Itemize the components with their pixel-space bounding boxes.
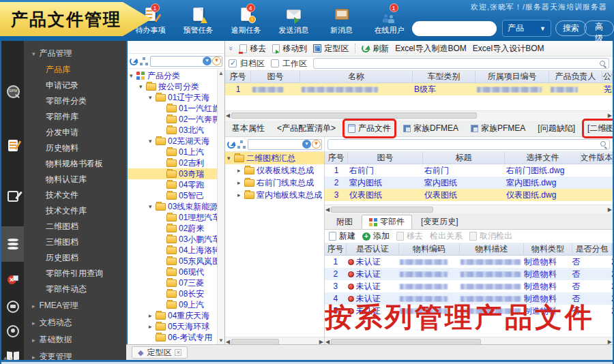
tree-node[interactable]: 04上海洛轲 (128, 245, 224, 256)
scroll-thumb[interactable] (231, 339, 279, 345)
part-tab[interactable]: 零部件 (362, 215, 412, 229)
move-to-button[interactable]: 移动到 (272, 43, 307, 55)
filter-icon[interactable]: ▼ (212, 57, 221, 65)
tree-node[interactable]: 02一汽奔腾 (128, 114, 224, 125)
column-header[interactable]: 分公司 (602, 71, 613, 82)
add-button[interactable]: + 添加 (362, 230, 390, 242)
error-report-icon[interactable] (1, 267, 24, 294)
caret-icon[interactable] (149, 312, 156, 319)
column-header[interactable]: 序号 (325, 152, 348, 164)
tree-node[interactable]: 03线束新能源 (128, 201, 224, 212)
nav-new-message[interactable]: 新消息 (322, 6, 361, 35)
tree-node[interactable]: 09上汽 (128, 299, 224, 310)
collapse-chevron-icon[interactable]: » (227, 46, 235, 50)
sidebar-item[interactable]: 零部件库 (24, 109, 126, 125)
advanced-search-button[interactable]: 高级 (584, 20, 614, 36)
tree-node[interactable]: 室内地板线束总成 (225, 189, 324, 201)
detail-tab[interactable]: 家族PFMEA (471, 123, 525, 134)
scroll-left-icon[interactable]: ◀ (226, 112, 230, 119)
material-table-hscrollbar[interactable]: ◀ ▶ (325, 337, 613, 344)
refresh-icon[interactable] (227, 140, 235, 149)
tree-node[interactable]: 02蔚来 (128, 223, 224, 234)
detail-tab[interactable]: 产品文件 (348, 123, 391, 134)
scroll-left-icon[interactable]: ◀ (325, 207, 330, 213)
tree-node[interactable]: 02吉利 (128, 157, 224, 168)
sidebar-item[interactable]: 申请记录 (24, 78, 126, 93)
tree-node[interactable]: 05智己 (128, 190, 224, 201)
column-header[interactable]: 所属项目编号 (476, 71, 549, 82)
sidebar-group-product-mgmt[interactable]: ▾ 产品管理 (24, 45, 126, 62)
checklist-icon[interactable] (1, 132, 24, 159)
drawing-row[interactable]: 1 右前门 右前门 右前门图纸.dwg (325, 164, 613, 177)
sidebar-item[interactable]: 物料认证库 (24, 172, 126, 187)
column-header[interactable]: 物料描述 (460, 243, 524, 255)
tree-node[interactable]: 01一汽红旗 (128, 103, 224, 114)
nav-send-message[interactable]: 发送消息 (274, 6, 313, 35)
scroll-up-icon[interactable]: ▲ (218, 70, 224, 76)
column-header[interactable]: 序号 (325, 243, 347, 255)
database-icon[interactable] (1, 226, 24, 262)
scroll-left-icon[interactable]: ◀ (226, 339, 230, 345)
hierarchy-icon[interactable] (140, 57, 148, 65)
sidebar-item[interactable]: 产品库 (24, 62, 126, 78)
caret-icon[interactable] (130, 72, 136, 79)
cancel-checkout-button-disabled[interactable]: 取消检出 (469, 230, 512, 242)
sidebar-item[interactable]: 二维图档 (24, 219, 126, 234)
table1-hscrollbar[interactable]: ◀ ▶ (225, 110, 613, 119)
material-row[interactable]: 3 未认证 制造物料 否 20100 (325, 280, 613, 292)
sidebar-group[interactable]: ▸ 文档动态 (24, 314, 126, 331)
scroll-thumb[interactable] (331, 207, 433, 213)
sipm-search-icon[interactable] (1, 76, 24, 104)
product-search-input[interactable] (316, 59, 599, 67)
detail-tab[interactable]: <产品配置清单> (277, 123, 336, 134)
subtree-hscrollbar[interactable]: ◀ ▶ (225, 337, 324, 344)
scroll-thumb[interactable] (231, 112, 477, 119)
remove-button-disabled[interactable]: 移去 (396, 230, 423, 242)
tree-node[interactable]: 06-考试专用 (128, 332, 224, 343)
tree-node[interactable]: 01上汽 (128, 147, 224, 157)
tree-node[interactable]: 01理想汽车 (128, 212, 224, 223)
caret-icon[interactable] (237, 167, 244, 174)
caret-icon[interactable] (237, 192, 244, 198)
fixed-area-bottom-tab[interactable]: ◆ 定型区 × (132, 346, 188, 359)
sidebar-item[interactable]: 零部件动态 (24, 282, 126, 297)
nav-warning-tasks[interactable]: 预警任务 (179, 6, 218, 35)
tree-node[interactable]: 01辽宁天海 (128, 92, 224, 103)
sidebar-item[interactable]: 零部件分类 (24, 93, 126, 109)
material-row[interactable]: 1 未认证 制造物料 否 20100 (325, 256, 613, 268)
column-header[interactable]: 车型类别 (413, 71, 476, 82)
drawing-file-link[interactable]: 室内图纸.dwg (505, 177, 581, 189)
nav-online-users[interactable]: 1 在线用户 (370, 6, 409, 35)
tree-node[interactable]: 05天海环球 (128, 321, 224, 332)
column-header[interactable]: 图号 (348, 152, 423, 164)
tree-node[interactable]: 右前门线束总成 (225, 177, 324, 189)
tree-node[interactable]: 04重庆天海 (128, 310, 224, 321)
global-search-input[interactable] (412, 21, 497, 36)
drawing-row[interactable]: 3 仪表图纸 仪表图纸 仪表图纸.dwg (325, 189, 613, 201)
remove-button[interactable]: 移去 (239, 43, 266, 55)
archive-checkbox[interactable] (229, 59, 237, 67)
refresh-button[interactable]: 刷新 (362, 43, 389, 55)
scroll-right-icon[interactable]: ▶ (608, 207, 612, 213)
tree-node[interactable]: 05东风岚图 (128, 256, 224, 267)
workspace-checkbox[interactable] (271, 59, 279, 67)
tabs-overflow-chevron-icon[interactable]: » (602, 126, 611, 130)
product-row[interactable]: 1 B级车 芜湖天海 (225, 83, 613, 95)
tree-node[interactable]: 按公司分类 (128, 81, 224, 92)
column-header[interactable]: 产品负责人 (549, 71, 602, 82)
drawing-file-link[interactable]: 右前门图纸.dwg (505, 165, 581, 177)
sidebar-item[interactable]: 历史图档 (24, 250, 126, 266)
tree-node[interactable]: 产品分类 (128, 70, 224, 81)
hierarchy-icon[interactable] (237, 140, 246, 149)
search-icon[interactable] (599, 60, 606, 67)
sidebar-item[interactable]: 历史物料 (24, 140, 126, 156)
excel-import-dbom-button[interactable]: Excel导入设计BOM (473, 43, 544, 55)
caret-icon[interactable] (237, 179, 244, 186)
refresh-icon[interactable] (130, 57, 138, 65)
tree-node[interactable]: 02芜湖天海 (128, 136, 224, 147)
document-search-input[interactable] (330, 140, 600, 149)
tree-node[interactable]: 二维图档汇总 (225, 152, 324, 164)
scroll-down-icon[interactable]: ▼ (218, 337, 224, 344)
scroll-thumb[interactable] (331, 339, 481, 345)
caret-icon[interactable] (149, 203, 156, 210)
